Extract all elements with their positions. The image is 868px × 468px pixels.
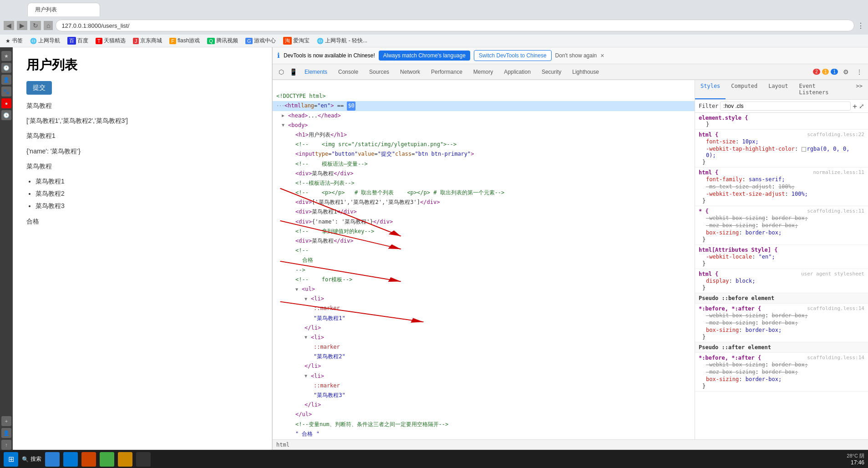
bookmark-item[interactable]: 淘爱淘宝: [281, 36, 311, 46]
style-prop: box-sizing: border-box;: [699, 326, 864, 334]
style-selector: * { scaffolding.less:11: [699, 208, 864, 214]
search-label: 搜索: [30, 455, 41, 463]
taskbar-app[interactable]: [63, 452, 78, 467]
style-prop: box-sizing: border-box;: [699, 229, 864, 236]
style-rule-html-ua: html { user agent stylesheet display: bl…: [695, 269, 868, 293]
list-item: 菜鸟教程3: [36, 200, 258, 212]
tab-computed[interactable]: Computed: [726, 80, 763, 99]
styles-filter-input[interactable]: [720, 102, 851, 111]
tencent-icon: Q: [207, 38, 215, 44]
html-line: ▼<body>: [273, 121, 695, 130]
bookmark-item[interactable]: T天猫精选: [94, 36, 127, 46]
settings-button[interactable]: ⚙: [840, 66, 852, 78]
plus-icon[interactable]: +: [853, 102, 857, 111]
back-button[interactable]: ◀: [4, 21, 14, 30]
active-tab[interactable]: 用户列表: [27, 3, 100, 16]
forward-button[interactable]: ▶: [17, 21, 27, 30]
notification-close[interactable]: ×: [600, 52, 604, 59]
sidebar-icon-clock2[interactable]: 🕓: [1, 110, 11, 120]
taskbar-app[interactable]: [45, 452, 60, 467]
address-bar[interactable]: 127.0.0.1:8000/users_list/: [56, 20, 854, 31]
match-language-button[interactable]: Always match Chrome's language: [379, 51, 470, 61]
section-dict: {'name': '菜鸟教程'}: [26, 146, 258, 157]
sidebar-icon-person[interactable]: 👤: [1, 428, 11, 438]
device-toolbar-button[interactable]: 📱: [287, 66, 299, 78]
tab-console[interactable]: Console: [333, 64, 364, 79]
html-line: <!-- <p></p> # 取出整个列表 <p></p> # 取出列表的第一个…: [273, 188, 695, 198]
devtools-panel: ℹ DevTools is now available in Chinese! …: [272, 47, 868, 450]
html-line: </li>: [273, 361, 695, 371]
home-button[interactable]: ⌂: [44, 21, 53, 30]
page-content: 用户列表 提交 菜鸟教程 ['菜鸟教程1','菜鸟教程2','菜鸟教程3'] 菜…: [13, 47, 272, 450]
sidebar-icon-history[interactable]: 🕐: [1, 63, 11, 73]
tab-performance[interactable]: Performance: [426, 64, 468, 79]
html-line-html[interactable]: ···<html lang="en"> == $0: [273, 101, 695, 111]
style-rule-attrs: html[Attributes Style] { -webkit-locale:…: [695, 245, 868, 269]
error-badge: 2: [813, 69, 820, 75]
breadcrumb-html[interactable]: html: [276, 442, 289, 448]
search-box[interactable]: 🔍 搜索: [22, 455, 41, 463]
tutorial-list: 菜鸟教程1 菜鸟教程2 菜鸟教程3: [36, 176, 258, 212]
html-line-div1: <div>菜鸟教程1</div>: [273, 207, 695, 217]
tab-elements[interactable]: Elements: [299, 64, 333, 79]
sidebar-icon-paw[interactable]: 🐾: [1, 86, 11, 97]
tab-memory[interactable]: Memory: [468, 64, 498, 79]
switch-language-button[interactable]: Switch DevTools to Chinese: [474, 50, 552, 61]
html-line-qualified: " 合格 ": [273, 429, 695, 439]
bookmark-item[interactable]: Fflash游戏: [168, 36, 202, 46]
more-options-button[interactable]: ⋮: [853, 66, 865, 78]
expand-icon[interactable]: ⤢: [859, 102, 864, 110]
bookmark-item[interactable]: J京东商城: [131, 36, 164, 46]
style-rule-html1: html { scaffolding.less:22 font-size: 10…: [695, 130, 868, 168]
bookmark-item[interactable]: 百百度: [66, 36, 90, 46]
taskbar-app[interactable]: [136, 452, 151, 467]
bookmark-item[interactable]: G游戏中心: [244, 36, 278, 46]
html-line: <!-- for模板-->: [273, 275, 695, 285]
sidebar-icon-red[interactable]: ●: [1, 98, 11, 108]
bookmark-item[interactable]: ★书签: [4, 36, 25, 46]
sidebar-icon-bookmark[interactable]: ★: [1, 51, 11, 61]
submit-button[interactable]: 提交: [26, 81, 52, 95]
html-line: <!-- 模板语法—变量-->: [273, 159, 695, 169]
style-prop: display: block;: [699, 277, 864, 285]
browser-tabs: 用户列表: [0, 0, 868, 16]
tab-security[interactable]: Security: [536, 64, 567, 79]
taskbar-app[interactable]: [81, 452, 96, 467]
tab-sources[interactable]: Sources: [364, 64, 395, 79]
pseudo-before-header: Pseudo ::before element: [695, 293, 868, 304]
style-rule-element: element.style { }: [695, 113, 868, 130]
pseudo-after-header: Pseudo ::after element: [695, 342, 868, 353]
reload-button[interactable]: ↻: [30, 21, 41, 30]
bookmark-item[interactable]: 🌐上网导航 - 轻快...: [315, 36, 369, 46]
bookmark-item[interactable]: 🌐上网导航: [28, 36, 62, 46]
temperature: 28°C 阴: [847, 453, 864, 459]
tab-more-styles[interactable]: >>: [851, 80, 868, 99]
style-prop: font-family: sans-serif;: [699, 176, 864, 183]
taskbar-app[interactable]: [100, 452, 114, 467]
address-text: 127.0.0.1:8000/users_list/: [61, 22, 129, 29]
html-line: [273, 82, 695, 92]
browser-menu[interactable]: ⋮: [857, 21, 864, 30]
baidu-icon: 百: [67, 37, 76, 45]
styles-panel: Styles Computed Layout Event Listeners >…: [695, 80, 868, 439]
html-line: <div>['菜鸟教程1','菜鸟教程2','菜鸟教程3']</div>: [273, 198, 695, 207]
sidebar-icon-user[interactable]: 👤: [1, 75, 11, 85]
tab-event-listeners[interactable]: Event Listeners: [794, 80, 851, 99]
tab-network[interactable]: Network: [395, 64, 426, 79]
tab-layout[interactable]: Layout: [763, 80, 793, 99]
style-prop: box-sizing: border-box;: [699, 376, 864, 383]
tab-styles[interactable]: Styles: [695, 80, 726, 99]
bookmark-item[interactable]: Q腾讯视频: [205, 36, 240, 46]
section-runoob: 菜鸟教程: [26, 100, 258, 112]
devtools-notification: ℹ DevTools is now available in Chinese! …: [273, 47, 868, 64]
inspect-element-button[interactable]: ⬡: [275, 66, 287, 78]
game-icon: G: [245, 38, 253, 44]
start-button[interactable]: ⊞: [4, 452, 18, 467]
sidebar-icon-arrow[interactable]: ↑: [1, 440, 11, 450]
taskbar-app[interactable]: [118, 452, 132, 467]
tab-application[interactable]: Application: [498, 64, 536, 79]
dont-show-link[interactable]: Don't show again: [555, 52, 597, 59]
tab-lighthouse[interactable]: Lighthouse: [567, 64, 604, 79]
html-line: ▼<li>: [273, 371, 695, 381]
sidebar-icon-plus[interactable]: +: [1, 416, 11, 426]
